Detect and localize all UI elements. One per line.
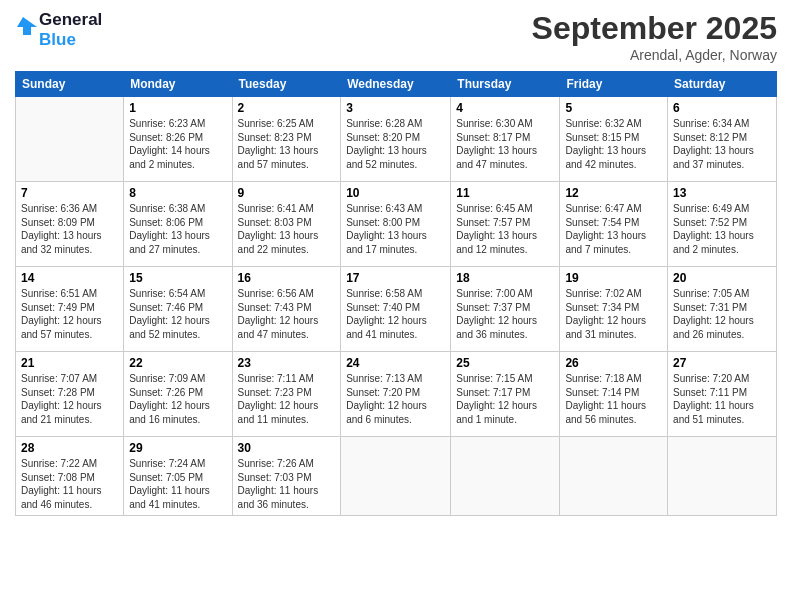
day-number: 26 bbox=[565, 356, 662, 370]
day-cell: 20Sunrise: 7:05 AMSunset: 7:31 PMDayligh… bbox=[668, 267, 777, 352]
weekday-header-saturday: Saturday bbox=[668, 72, 777, 97]
week-row-2: 7Sunrise: 6:36 AMSunset: 8:09 PMDaylight… bbox=[16, 182, 777, 267]
day-cell: 26Sunrise: 7:18 AMSunset: 7:14 PMDayligh… bbox=[560, 352, 668, 437]
day-cell: 5Sunrise: 6:32 AMSunset: 8:15 PMDaylight… bbox=[560, 97, 668, 182]
day-number: 15 bbox=[129, 271, 226, 285]
day-info: Sunrise: 7:00 AMSunset: 7:37 PMDaylight:… bbox=[456, 287, 554, 341]
day-cell: 2Sunrise: 6:25 AMSunset: 8:23 PMDaylight… bbox=[232, 97, 341, 182]
day-info: Sunrise: 6:43 AMSunset: 8:00 PMDaylight:… bbox=[346, 202, 445, 256]
day-info: Sunrise: 7:26 AMSunset: 7:03 PMDaylight:… bbox=[238, 457, 336, 511]
day-number: 4 bbox=[456, 101, 554, 115]
day-info: Sunrise: 7:22 AMSunset: 7:08 PMDaylight:… bbox=[21, 457, 118, 511]
day-number: 19 bbox=[565, 271, 662, 285]
day-info: Sunrise: 6:32 AMSunset: 8:15 PMDaylight:… bbox=[565, 117, 662, 171]
day-info: Sunrise: 6:51 AMSunset: 7:49 PMDaylight:… bbox=[21, 287, 118, 341]
day-cell: 27Sunrise: 7:20 AMSunset: 7:11 PMDayligh… bbox=[668, 352, 777, 437]
day-info: Sunrise: 6:30 AMSunset: 8:17 PMDaylight:… bbox=[456, 117, 554, 171]
day-info: Sunrise: 7:15 AMSunset: 7:17 PMDaylight:… bbox=[456, 372, 554, 426]
day-number: 17 bbox=[346, 271, 445, 285]
logo-blue: Blue bbox=[39, 30, 102, 50]
day-cell: 22Sunrise: 7:09 AMSunset: 7:26 PMDayligh… bbox=[124, 352, 232, 437]
day-info: Sunrise: 6:49 AMSunset: 7:52 PMDaylight:… bbox=[673, 202, 771, 256]
day-number: 3 bbox=[346, 101, 445, 115]
day-number: 27 bbox=[673, 356, 771, 370]
day-cell: 18Sunrise: 7:00 AMSunset: 7:37 PMDayligh… bbox=[451, 267, 560, 352]
day-info: Sunrise: 7:13 AMSunset: 7:20 PMDaylight:… bbox=[346, 372, 445, 426]
weekday-header-friday: Friday bbox=[560, 72, 668, 97]
day-number: 29 bbox=[129, 441, 226, 455]
day-number: 14 bbox=[21, 271, 118, 285]
day-number: 8 bbox=[129, 186, 226, 200]
day-cell: 9Sunrise: 6:41 AMSunset: 8:03 PMDaylight… bbox=[232, 182, 341, 267]
day-info: Sunrise: 7:02 AMSunset: 7:34 PMDaylight:… bbox=[565, 287, 662, 341]
day-info: Sunrise: 6:45 AMSunset: 7:57 PMDaylight:… bbox=[456, 202, 554, 256]
day-info: Sunrise: 7:20 AMSunset: 7:11 PMDaylight:… bbox=[673, 372, 771, 426]
day-number: 7 bbox=[21, 186, 118, 200]
day-info: Sunrise: 6:23 AMSunset: 8:26 PMDaylight:… bbox=[129, 117, 226, 171]
day-number: 24 bbox=[346, 356, 445, 370]
location: Arendal, Agder, Norway bbox=[532, 47, 777, 63]
day-info: Sunrise: 7:05 AMSunset: 7:31 PMDaylight:… bbox=[673, 287, 771, 341]
day-info: Sunrise: 6:38 AMSunset: 8:06 PMDaylight:… bbox=[129, 202, 226, 256]
day-cell: 24Sunrise: 7:13 AMSunset: 7:20 PMDayligh… bbox=[341, 352, 451, 437]
day-cell: 3Sunrise: 6:28 AMSunset: 8:20 PMDaylight… bbox=[341, 97, 451, 182]
svg-marker-0 bbox=[17, 17, 37, 35]
weekday-header-monday: Monday bbox=[124, 72, 232, 97]
day-cell: 25Sunrise: 7:15 AMSunset: 7:17 PMDayligh… bbox=[451, 352, 560, 437]
logo: General Blue bbox=[15, 10, 102, 49]
day-info: Sunrise: 6:56 AMSunset: 7:43 PMDaylight:… bbox=[238, 287, 336, 341]
day-number: 9 bbox=[238, 186, 336, 200]
day-info: Sunrise: 7:07 AMSunset: 7:28 PMDaylight:… bbox=[21, 372, 118, 426]
day-number: 30 bbox=[238, 441, 336, 455]
week-row-3: 14Sunrise: 6:51 AMSunset: 7:49 PMDayligh… bbox=[16, 267, 777, 352]
day-info: Sunrise: 6:54 AMSunset: 7:46 PMDaylight:… bbox=[129, 287, 226, 341]
day-cell: 23Sunrise: 7:11 AMSunset: 7:23 PMDayligh… bbox=[232, 352, 341, 437]
day-number: 21 bbox=[21, 356, 118, 370]
day-cell: 21Sunrise: 7:07 AMSunset: 7:28 PMDayligh… bbox=[16, 352, 124, 437]
weekday-header-row: SundayMondayTuesdayWednesdayThursdayFrid… bbox=[16, 72, 777, 97]
day-cell: 1Sunrise: 6:23 AMSunset: 8:26 PMDaylight… bbox=[124, 97, 232, 182]
day-info: Sunrise: 6:36 AMSunset: 8:09 PMDaylight:… bbox=[21, 202, 118, 256]
page: General Blue September 2025 Arendal, Agd… bbox=[0, 0, 792, 612]
weekday-header-sunday: Sunday bbox=[16, 72, 124, 97]
week-row-4: 21Sunrise: 7:07 AMSunset: 7:28 PMDayligh… bbox=[16, 352, 777, 437]
day-cell: 15Sunrise: 6:54 AMSunset: 7:46 PMDayligh… bbox=[124, 267, 232, 352]
day-cell: 10Sunrise: 6:43 AMSunset: 8:00 PMDayligh… bbox=[341, 182, 451, 267]
day-cell: 14Sunrise: 6:51 AMSunset: 7:49 PMDayligh… bbox=[16, 267, 124, 352]
day-cell: 8Sunrise: 6:38 AMSunset: 8:06 PMDaylight… bbox=[124, 182, 232, 267]
day-cell: 12Sunrise: 6:47 AMSunset: 7:54 PMDayligh… bbox=[560, 182, 668, 267]
day-number: 18 bbox=[456, 271, 554, 285]
month-title: September 2025 bbox=[532, 10, 777, 47]
day-number: 22 bbox=[129, 356, 226, 370]
day-info: Sunrise: 6:47 AMSunset: 7:54 PMDaylight:… bbox=[565, 202, 662, 256]
day-number: 1 bbox=[129, 101, 226, 115]
title-block: September 2025 Arendal, Agder, Norway bbox=[532, 10, 777, 63]
day-cell: 13Sunrise: 6:49 AMSunset: 7:52 PMDayligh… bbox=[668, 182, 777, 267]
day-cell: 7Sunrise: 6:36 AMSunset: 8:09 PMDaylight… bbox=[16, 182, 124, 267]
day-cell bbox=[16, 97, 124, 182]
day-info: Sunrise: 7:09 AMSunset: 7:26 PMDaylight:… bbox=[129, 372, 226, 426]
day-cell: 29Sunrise: 7:24 AMSunset: 7:05 PMDayligh… bbox=[124, 437, 232, 516]
day-cell: 16Sunrise: 6:56 AMSunset: 7:43 PMDayligh… bbox=[232, 267, 341, 352]
weekday-header-tuesday: Tuesday bbox=[232, 72, 341, 97]
day-number: 23 bbox=[238, 356, 336, 370]
day-number: 28 bbox=[21, 441, 118, 455]
calendar: SundayMondayTuesdayWednesdayThursdayFrid… bbox=[15, 71, 777, 516]
day-info: Sunrise: 6:41 AMSunset: 8:03 PMDaylight:… bbox=[238, 202, 336, 256]
week-row-5: 28Sunrise: 7:22 AMSunset: 7:08 PMDayligh… bbox=[16, 437, 777, 516]
day-number: 16 bbox=[238, 271, 336, 285]
day-number: 11 bbox=[456, 186, 554, 200]
day-info: Sunrise: 6:58 AMSunset: 7:40 PMDaylight:… bbox=[346, 287, 445, 341]
day-cell bbox=[560, 437, 668, 516]
day-number: 10 bbox=[346, 186, 445, 200]
day-cell: 4Sunrise: 6:30 AMSunset: 8:17 PMDaylight… bbox=[451, 97, 560, 182]
day-cell bbox=[341, 437, 451, 516]
header: General Blue September 2025 Arendal, Agd… bbox=[15, 10, 777, 63]
day-number: 25 bbox=[456, 356, 554, 370]
day-cell: 19Sunrise: 7:02 AMSunset: 7:34 PMDayligh… bbox=[560, 267, 668, 352]
logo-container: General Blue bbox=[15, 10, 102, 49]
logo-text: General Blue bbox=[39, 10, 102, 49]
day-cell bbox=[451, 437, 560, 516]
day-number: 5 bbox=[565, 101, 662, 115]
day-info: Sunrise: 7:11 AMSunset: 7:23 PMDaylight:… bbox=[238, 372, 336, 426]
